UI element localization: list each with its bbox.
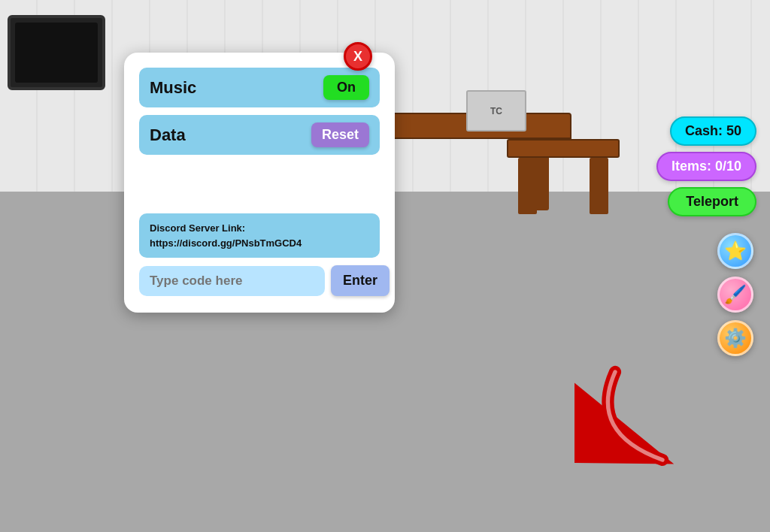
enter-button[interactable]: Enter: [331, 265, 390, 296]
cash-display: Cash: 50: [670, 116, 756, 146]
arrow-icon: [574, 352, 710, 487]
teleport-button[interactable]: Teleport: [668, 187, 756, 216]
gear-icon: ⚙️: [724, 328, 747, 349]
discord-label: Discord Server Link: https://discord.gg/…: [150, 221, 369, 250]
tv-screen: [15, 23, 98, 83]
music-row: Music On: [139, 68, 380, 107]
code-input-row: Enter: [139, 265, 380, 296]
music-toggle-button[interactable]: On: [323, 75, 369, 100]
modal-spacer: [139, 162, 380, 207]
music-label: Music: [150, 78, 196, 98]
small-table-leg-left: [518, 158, 537, 214]
paint-icon-button[interactable]: 🖌️: [717, 277, 753, 313]
data-row: Data Reset: [139, 115, 380, 155]
small-table-leg-right: [590, 158, 608, 214]
settings-modal: X Music On Data Reset Discord Server Lin…: [124, 53, 395, 313]
items-display: Items: 0/10: [656, 152, 756, 181]
side-icons: ⭐ 🖌️ ⚙️: [717, 233, 753, 356]
code-input[interactable]: [139, 266, 325, 296]
discord-link: https://discord.gg/PNsbTmGCD4: [150, 237, 302, 249]
paint-icon: 🖌️: [724, 284, 747, 305]
gear-icon-button[interactable]: ⚙️: [717, 320, 753, 356]
tv: [8, 15, 105, 90]
data-reset-button[interactable]: Reset: [311, 122, 369, 147]
star-icon: ⭐: [724, 240, 747, 261]
small-table: [507, 139, 620, 214]
discord-box: Discord Server Link: https://discord.gg/…: [139, 213, 380, 258]
hud: Cash: 50 Items: 0/10 Teleport: [656, 116, 756, 216]
small-table-top: [507, 139, 620, 158]
laptop: TC: [466, 90, 526, 131]
star-icon-button[interactable]: ⭐: [717, 233, 753, 269]
arrow-container: [574, 352, 710, 487]
close-button[interactable]: X: [344, 42, 372, 71]
data-label: Data: [150, 125, 186, 145]
